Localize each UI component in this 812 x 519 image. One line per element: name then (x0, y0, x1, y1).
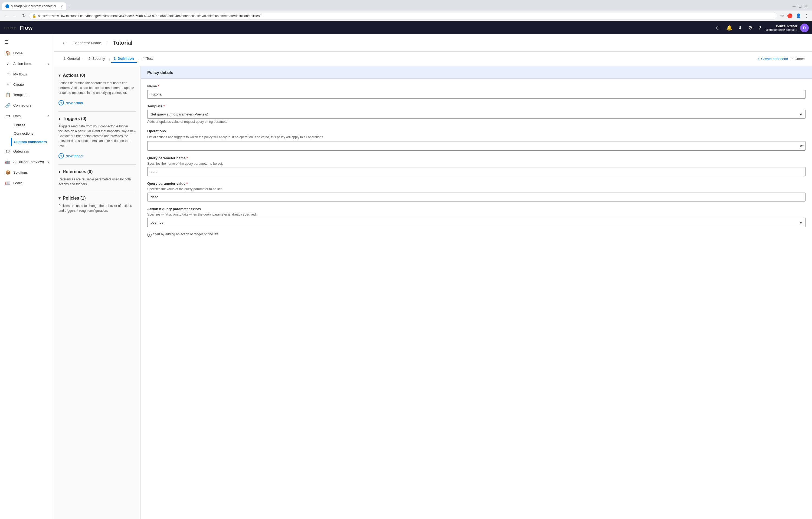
sidebar-item-connections[interactable]: Connections (11, 129, 54, 138)
new-action-plus-icon: + (58, 100, 64, 105)
policies-toggle[interactable]: ▾ (58, 195, 61, 201)
browser-address-bar: ← → ↻ 🔒 https://preview.flow.microsoft.c… (0, 10, 812, 21)
nav-forward-button[interactable]: → (11, 12, 19, 20)
sidebar-label-ai-builder: AI Builder (preview) (13, 160, 45, 164)
query-param-value-required: * (186, 181, 188, 186)
references-title: References (0) (63, 169, 93, 174)
new-tab-button[interactable]: + (66, 2, 75, 10)
window-maximize[interactable]: □ (797, 3, 803, 10)
favorites-button[interactable]: ☆ (779, 12, 785, 20)
sidebar-label-my-flows: My flows (13, 72, 50, 76)
sidebar-item-my-flows[interactable]: ≡ My flows (0, 69, 54, 79)
my-flows-icon: ≡ (5, 72, 10, 77)
wizard-back-button[interactable]: ← (61, 39, 68, 47)
browser-tab[interactable]: Manage your custom connector... × (2, 2, 66, 10)
triggers-section-header: ▾ Triggers (0) (58, 116, 136, 121)
settings-button[interactable]: ⚙ (747, 23, 754, 32)
references-section-header: ▾ References (0) (58, 169, 136, 174)
feedback-button[interactable]: ☺ (714, 24, 722, 32)
sidebar-item-learn[interactable]: 📖 Learn (0, 178, 54, 188)
sidebar-item-data[interactable]: 🗃 Data ∧ (0, 111, 54, 121)
query-param-name-input[interactable] (147, 167, 806, 176)
sidebar-label-home: Home (13, 51, 50, 55)
help-button[interactable]: ? (757, 24, 763, 32)
query-param-name-required: * (186, 156, 188, 160)
cancel-x: × (791, 57, 793, 61)
operations-select[interactable] (147, 141, 806, 151)
create-connector-button[interactable]: ✓ Create connector (757, 57, 788, 61)
window-minimize[interactable]: ─ (791, 3, 797, 10)
waffle-menu[interactable] (3, 27, 17, 29)
policy-details-header: Policy details (141, 66, 812, 79)
create-connector-label: Create connector (761, 57, 788, 61)
step-security[interactable]: 2. Security (86, 55, 108, 63)
nav-back-button[interactable]: ← (2, 12, 10, 20)
sidebar-item-connectors[interactable]: 🔗 Connectors (0, 100, 54, 111)
address-bar-input[interactable]: 🔒 https://preview.flow.microsoft.com/man… (29, 12, 777, 20)
sidebar-item-ai-builder[interactable]: 🤖 AI Builder (preview) ∨ (0, 157, 54, 167)
new-action-button[interactable]: + New action (58, 98, 83, 107)
references-toggle[interactable]: ▾ (58, 169, 61, 174)
window-close[interactable]: ✕ (803, 2, 810, 10)
name-required: * (158, 84, 159, 88)
sidebar-item-gateways[interactable]: ⬡ Gateways (0, 146, 54, 157)
sidebar-item-custom-connectors[interactable]: Custom connectors (11, 138, 54, 146)
cancel-button[interactable]: × Cancel (791, 57, 806, 61)
extensions-button[interactable]: 🔴 (786, 12, 793, 20)
template-select[interactable]: Set query string parameter (Preview) (147, 110, 806, 119)
sidebar-item-entities[interactable]: Entities (11, 121, 54, 129)
user-avatar[interactable]: D (800, 24, 809, 32)
query-param-value-group: Query parameter value * Specifies the va… (147, 181, 806, 202)
query-param-value-label: Query parameter value * (147, 181, 806, 186)
name-input[interactable] (147, 90, 806, 99)
sidebar-item-solutions[interactable]: 📦 Solutions (0, 167, 54, 178)
wizard-header: ← Connector Name | Tutorial (54, 34, 812, 52)
actions-toggle[interactable]: ▾ (58, 73, 61, 78)
actions-description: Actions determine the operations that us… (58, 81, 136, 95)
ai-builder-icon: 🤖 (5, 159, 10, 164)
policy-body: Name * Template * Set query (141, 79, 812, 242)
user-info[interactable]: Denzel Pfeifer Microsoft (new default) ( (765, 24, 798, 31)
header-separator: | (107, 41, 108, 45)
download-button[interactable]: ⬇ (736, 23, 744, 32)
sidebar-item-action-items[interactable]: ✓ Action items ∨ (0, 58, 54, 69)
step-security-label: 2. Security (88, 57, 105, 61)
policies-title: Policies (1) (63, 196, 86, 201)
query-param-value-input[interactable] (147, 192, 806, 202)
content-area: ← Connector Name | Tutorial 1. General ›… (54, 34, 812, 519)
data-icon: 🗃 (5, 113, 10, 118)
sidebar-hamburger[interactable]: ☰ (0, 36, 54, 48)
sidebar-label-data: Data (13, 114, 45, 118)
profile-button[interactable]: 👤 (795, 12, 802, 20)
connectors-icon: 🔗 (5, 103, 10, 108)
tab-close-button[interactable]: × (60, 4, 62, 8)
step-definition[interactable]: 3. Definition (111, 55, 137, 63)
notifications-button[interactable]: 🔔 (725, 23, 734, 32)
new-trigger-button[interactable]: + New trigger (58, 151, 83, 160)
new-action-label: New action (65, 101, 83, 105)
operations-label: Operations (147, 129, 806, 133)
triggers-title: Triggers (0) (63, 116, 86, 121)
sidebar-item-create[interactable]: + Create (0, 79, 54, 90)
connector-name-label: Connector Name (72, 41, 101, 45)
step-test[interactable]: 4. Test (140, 55, 156, 63)
sidebar-label-connectors: Connectors (13, 103, 50, 108)
step-general[interactable]: 1. General (61, 55, 83, 63)
nav-refresh-button[interactable]: ↻ (21, 12, 27, 20)
browser-chrome: Manage your custom connector... × + ─ □ … (0, 0, 812, 21)
data-subitems: Entities Connections Custom connectors (0, 121, 54, 146)
right-panel: Policy details Name * Template (141, 66, 812, 519)
create-connector-checkmark: ✓ (757, 57, 760, 61)
sidebar-item-templates[interactable]: 📋 Templates (0, 90, 54, 100)
action-if-exists-label: Action if query parameter exists (147, 207, 806, 211)
sidebar-item-home[interactable]: 🏠 Home (0, 48, 54, 58)
tab-title: Manage your custom connector... (11, 4, 59, 8)
sidebar-label-solutions: Solutions (13, 171, 50, 175)
triggers-toggle[interactable]: ▾ (58, 116, 61, 121)
more-button[interactable]: ⋮ (803, 12, 810, 20)
triggers-divider (58, 164, 136, 165)
templates-icon: 📋 (5, 92, 10, 97)
action-if-exists-select[interactable]: override skip append (147, 218, 806, 227)
info-icon: i (147, 233, 151, 237)
query-param-value-hint: Specifies the value of the query paramet… (147, 187, 806, 191)
